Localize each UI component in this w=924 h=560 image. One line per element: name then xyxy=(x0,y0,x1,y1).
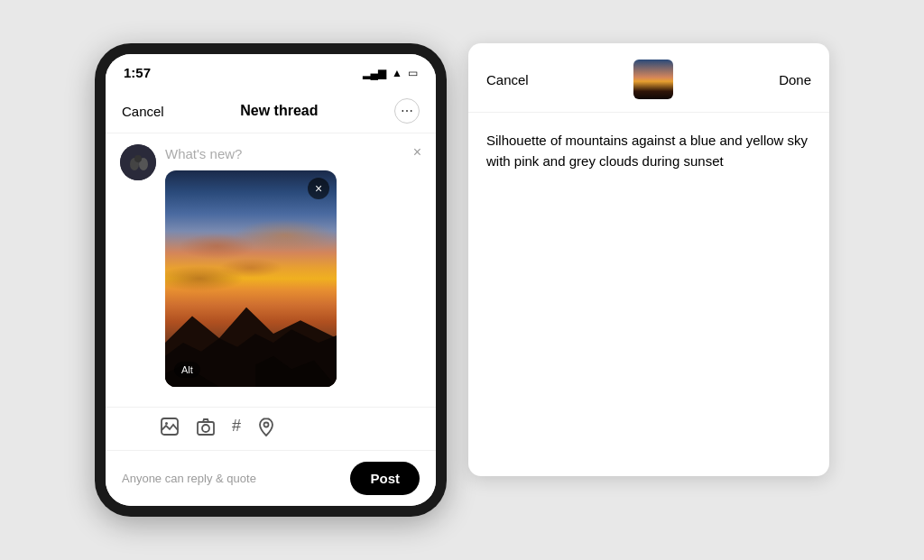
alt-cancel-button[interactable]: Cancel xyxy=(486,72,529,87)
location-icon[interactable] xyxy=(257,417,275,441)
main-container: 1:57 ▂▄▆ ▲ ▭ Cancel New thread ⋯ xyxy=(77,25,847,535)
svg-point-9 xyxy=(165,422,168,425)
new-thread-panel: Cancel New thread ⋯ xyxy=(106,86,436,506)
sunset-image xyxy=(165,170,337,387)
signal-icon: ▂▄▆ xyxy=(363,67,387,79)
thread-input-area: × What's new? xyxy=(165,144,421,396)
thread-content: × What's new? xyxy=(106,133,436,407)
thread-footer: Anyone can reply & quote Post xyxy=(106,450,436,506)
post-button[interactable]: Post xyxy=(350,462,420,495)
status-time: 1:57 xyxy=(124,65,151,80)
cancel-button[interactable]: Cancel xyxy=(122,104,164,119)
phone-screen: 1:57 ▂▄▆ ▲ ▭ Cancel New thread ⋯ xyxy=(106,54,436,506)
status-icons: ▂▄▆ ▲ ▭ xyxy=(363,67,418,79)
alt-done-button[interactable]: Done xyxy=(779,72,811,87)
thread-header: Cancel New thread ⋯ xyxy=(106,86,436,133)
thread-row: × What's new? xyxy=(120,144,421,396)
camera-icon[interactable] xyxy=(196,417,216,441)
alt-thumbnail xyxy=(633,60,673,99)
more-button[interactable]: ⋯ xyxy=(394,98,420,124)
battery-icon: ▭ xyxy=(408,67,418,79)
svg-point-12 xyxy=(264,423,269,427)
status-bar: 1:57 ▂▄▆ ▲ ▭ xyxy=(106,54,436,86)
alt-modal-header: Cancel Done xyxy=(468,43,829,113)
avatar xyxy=(120,144,156,180)
remove-image-button[interactable]: × xyxy=(308,178,329,199)
reply-permission-text: Anyone can reply & quote xyxy=(122,472,256,485)
wifi-icon: ▲ xyxy=(392,67,402,79)
toolbar: # xyxy=(106,407,436,450)
close-button[interactable]: × xyxy=(413,144,421,161)
svg-point-3 xyxy=(134,155,142,162)
alt-thumb-image xyxy=(633,60,673,99)
image-preview: × Alt xyxy=(165,170,337,387)
thread-title: New thread xyxy=(240,103,318,119)
phone-mockup: 1:57 ▂▄▆ ▲ ▭ Cancel New thread ⋯ xyxy=(95,43,447,517)
hashtag-icon[interactable]: # xyxy=(232,417,241,441)
alt-text-modal: Cancel Done Silhouette of mountains agai… xyxy=(468,43,829,476)
alt-button[interactable]: Alt xyxy=(174,362,200,378)
alt-description-text[interactable]: Silhouette of mountains against a blue a… xyxy=(468,113,829,189)
input-placeholder[interactable]: What's new? xyxy=(165,146,421,161)
gallery-icon[interactable] xyxy=(160,417,180,441)
svg-point-11 xyxy=(202,425,209,432)
more-icon: ⋯ xyxy=(401,104,413,118)
remove-icon: × xyxy=(315,181,322,196)
avatar-image xyxy=(120,144,156,180)
